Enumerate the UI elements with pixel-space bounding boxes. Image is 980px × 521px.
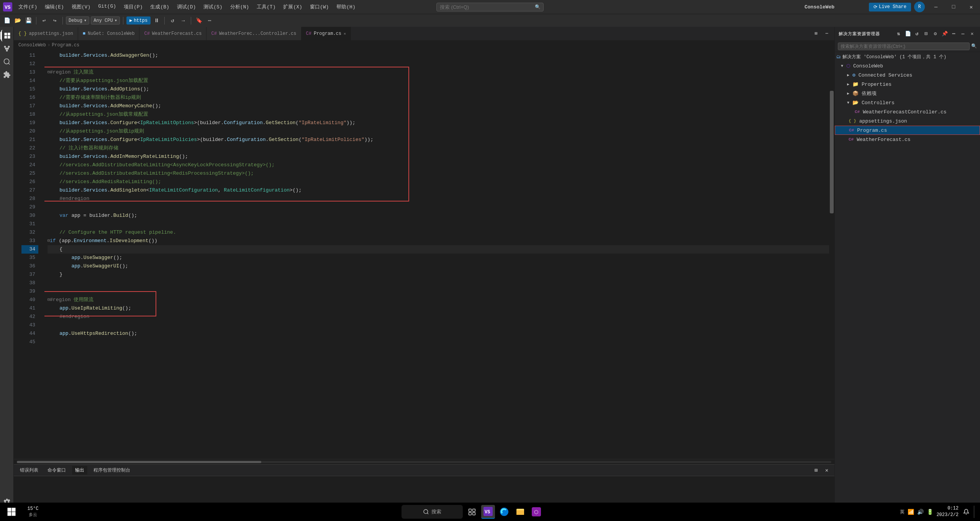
menu-build[interactable]: 生成(B)	[146, 2, 173, 12]
sync-view-btn[interactable]: ⇅	[895, 30, 903, 38]
options-btn[interactable]: ⋯	[950, 30, 958, 38]
menu-view[interactable]: 视图(V)	[68, 2, 94, 12]
solution-root[interactable]: 🗂 解决方案 'ConsoleWeb' (1 个项目，共 1 个)	[835, 52, 980, 61]
sidebar-search-input[interactable]	[838, 43, 970, 50]
pause-btn[interactable]: ⏸	[152, 16, 161, 25]
refresh-btn[interactable]: ↺	[913, 30, 921, 38]
terminal-tab-output[interactable]: 输出	[72, 466, 87, 475]
menu-extensions[interactable]: 扩展(X)	[279, 2, 306, 12]
taskbar-explorer-icon[interactable]	[513, 505, 527, 519]
show-all-files-btn[interactable]: 📄	[904, 30, 912, 38]
more-btn[interactable]: ⋯	[205, 16, 214, 25]
show-desktop-button[interactable]	[974, 506, 975, 518]
project-consoleweb[interactable]: ▼ ⬡ ConsoleWeb	[835, 61, 980, 70]
filter-btn[interactable]: ⚙	[932, 30, 939, 38]
search-icon[interactable]	[1, 56, 13, 67]
sidebar-item-program[interactable]: C# Program.cs	[835, 126, 980, 135]
more-tabs-btn[interactable]: ⋯	[822, 29, 831, 38]
user-avatar[interactable]: R	[914, 2, 925, 12]
split-editor-btn[interactable]: ⊞	[811, 29, 821, 38]
scroll-thumb[interactable]	[830, 91, 834, 213]
redo-btn[interactable]: ↪	[50, 16, 59, 25]
menu-window[interactable]: 窗口(W)	[306, 2, 333, 12]
sidebar-item-appsettings[interactable]: { } appsettings.json	[835, 116, 980, 126]
sidebar-item-dependencies[interactable]: ▶ 📦 依赖项	[835, 89, 980, 98]
taskbar-vs-icon[interactable]: VS	[481, 505, 495, 519]
sync-btn[interactable]: ↺	[168, 16, 177, 25]
windows-start-button[interactable]	[5, 505, 18, 519]
tab-weatherforecast[interactable]: C# WeatherForecast.cs	[139, 27, 206, 40]
menu-file[interactable]: 文件(F)	[15, 2, 41, 12]
menu-help[interactable]: 帮助(H)	[333, 2, 359, 12]
terminal-split-btn[interactable]: ⊞	[811, 466, 821, 475]
tray-sound-icon[interactable]: 🔊	[917, 509, 924, 515]
tab-close-icon[interactable]: ✕	[344, 31, 346, 36]
open-btn[interactable]: 📂	[13, 16, 22, 25]
sidebar-item-connected-services[interactable]: ▶ ⚙ Connected Services	[835, 70, 980, 80]
tray-keyboard-icon[interactable]: 英	[900, 509, 905, 515]
bookmark-btn[interactable]: 🔖	[194, 16, 203, 25]
menu-test[interactable]: 测试(S)	[200, 2, 226, 12]
menu-git[interactable]: Git(G)	[94, 2, 120, 12]
solution-icon: 🗂	[836, 54, 841, 60]
h-scroll-thumb[interactable]	[17, 461, 261, 463]
taskbar-clock[interactable]: 0:12 2023/2/2	[936, 505, 959, 518]
sidebar-search-icon: 🔍	[971, 43, 977, 49]
tray-battery-icon[interactable]: 🔋	[927, 509, 933, 515]
taskbar-search[interactable]: 搜索	[402, 505, 463, 519]
controllers-label: Controllers	[862, 100, 895, 106]
live-share-button[interactable]: ⟳ Live Share	[869, 3, 911, 11]
dependencies-label: 依赖项	[862, 90, 877, 97]
code-line-42: #endregion	[48, 313, 829, 321]
run-button[interactable]: ▶ https	[126, 16, 151, 25]
terminal-tab-pkg[interactable]: 程序包管理控制台	[90, 466, 133, 475]
platform-dropdown[interactable]: Any CPU ▾	[91, 16, 120, 25]
explorer-icon[interactable]	[1, 30, 13, 41]
terminal-tab-cmd[interactable]: 命令窗口	[44, 466, 69, 475]
code-content[interactable]: builder.Services.AddSwaggerGen(); ⊟#regi…	[44, 50, 829, 459]
close-button[interactable]: ✕	[962, 0, 980, 14]
menu-project[interactable]: 项目(P)	[120, 2, 146, 12]
menu-tools[interactable]: 工具(T)	[253, 2, 279, 12]
title-search-input[interactable]	[436, 3, 544, 11]
sidebar-item-wfc[interactable]: C# WeatherForecastController.cs	[835, 107, 980, 116]
step-btn[interactable]: →	[179, 16, 188, 25]
new-project-btn[interactable]: 📄	[2, 16, 11, 25]
tab-appsettings[interactable]: { } appsettings.json	[14, 27, 78, 40]
undo-btn[interactable]: ↩	[39, 16, 49, 25]
weather-widget[interactable]: 15°C 多云	[21, 505, 44, 519]
terminal-tab-errors[interactable]: 错误列表	[17, 466, 41, 475]
tab-nuget[interactable]: ■ NuGet: ConsoleWeb	[78, 27, 140, 40]
tab-program[interactable]: C# Program.cs ✕	[302, 27, 351, 40]
terminal-close-btn[interactable]: ✕	[822, 466, 831, 475]
minimize-button[interactable]: —	[927, 0, 945, 14]
close-panel-btn[interactable]: ✕	[969, 30, 976, 38]
tab-controller[interactable]: C# WeatherForec...Controller.cs	[206, 27, 301, 40]
arrow-down-icon: ▼	[847, 101, 849, 105]
ln-17: 17	[21, 102, 38, 110]
sidebar-item-controllers[interactable]: ▼ 📂 Controllers	[835, 98, 980, 107]
notification-icon[interactable]	[962, 507, 971, 516]
breadcrumb-file[interactable]: Program.cs	[52, 43, 79, 48]
tray-network-icon[interactable]: 📶	[908, 509, 914, 515]
sidebar-item-wf[interactable]: C# WeatherForecast.cs	[835, 135, 980, 144]
debug-mode-dropdown[interactable]: Debug ▾	[66, 16, 89, 25]
vertical-scrollbar[interactable]	[829, 50, 834, 459]
menu-debug[interactable]: 调试(D)	[173, 2, 200, 12]
taskbar-edge-icon[interactable]	[497, 505, 511, 519]
maximize-button[interactable]: □	[945, 0, 962, 14]
menu-edit[interactable]: 编辑(E)	[41, 2, 67, 12]
extensions-icon[interactable]	[1, 69, 13, 80]
cs-icon-program: C#	[849, 128, 854, 133]
save-btn[interactable]: 💾	[24, 16, 33, 25]
horizontal-scrollbar[interactable]	[17, 461, 831, 463]
pin-btn[interactable]: 📌	[941, 30, 949, 38]
taskview-btn[interactable]	[465, 505, 479, 519]
taskbar-app-icon[interactable]: ⬡	[529, 505, 543, 519]
breadcrumb-project[interactable]: ConsoleWeb	[18, 43, 46, 48]
git-icon[interactable]	[1, 43, 13, 54]
minimize-panel-btn[interactable]: —	[959, 30, 967, 38]
collapse-all-btn[interactable]: ⊟	[923, 30, 930, 38]
menu-analyze[interactable]: 分析(N)	[226, 2, 253, 12]
sidebar-item-properties[interactable]: ▶ 📁 Properties	[835, 80, 980, 89]
